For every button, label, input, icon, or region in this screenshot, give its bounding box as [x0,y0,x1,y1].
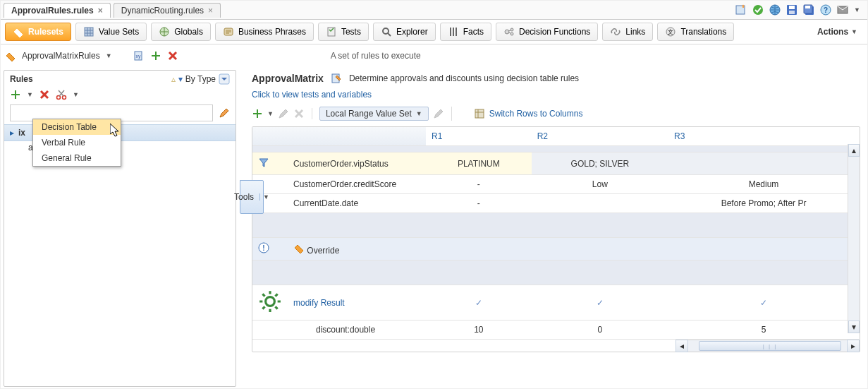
actions-menu[interactable]: Actions▼ [812,27,863,37]
action-row[interactable]: modify Result ✓ ✓ ✓ [252,285,859,321]
save-icon[interactable] [786,4,797,16]
svg-rect-12 [85,28,93,36]
menu-item-verbal-rule[interactable]: Verbal Rule [33,135,121,150]
condition-name[interactable]: CurrentDate.date [288,194,426,213]
condition-row[interactable]: CustomerOrder.creditScore - Low Medium [252,175,859,194]
mail-dropdown-icon[interactable]: ▼ [854,6,860,13]
sort-dropdown-icon[interactable] [219,73,230,85]
condition-row[interactable]: CurrentDate.date - Before Promo; After P… [252,194,859,213]
validate-icon[interactable] [735,4,747,16]
edit-valueset-icon[interactable] [433,108,444,119]
action-name[interactable]: modify Result [288,285,426,321]
ruleset-toolbar: ApprovalMatrixRules ▼ xy A set of rules … [1,44,867,67]
globe-icon[interactable] [769,4,781,16]
cell[interactable]: Before Promo; After Pr [668,194,859,213]
condition-name[interactable]: CustomerOrder.creditScore [288,175,426,194]
condition-row[interactable]: CustomerOrder.vipStatus PLATINUM GOLD; S… [252,152,859,175]
cell[interactable] [532,194,668,213]
ribbon-facts[interactable]: Facts [440,23,491,41]
col-r2[interactable]: R2 [532,127,668,146]
save-all-icon[interactable] [803,4,814,16]
tab-approval-rules[interactable]: ApprovalRules.rules × [4,3,111,18]
expand-icon[interactable]: ▸ [10,128,14,138]
mail-icon[interactable] [837,4,848,16]
sort-by-type[interactable]: ▵ ▾ By Type [171,73,230,85]
ribbon-decision-functions[interactable]: Decision Functions [496,23,598,41]
check-icon[interactable] [752,4,764,16]
ribbon-value-sets[interactable]: Value Sets [75,23,147,41]
scroll-right-icon[interactable]: ▸ [847,340,860,352]
horizontal-scrollbar[interactable]: ◂ | | | ▸ [676,340,860,352]
svg-rect-8 [805,6,810,8]
cell[interactable]: 0 [532,321,668,340]
ribbon-globals[interactable]: Globals [151,23,211,41]
cell[interactable]: GOLD; SILVER [532,152,668,175]
grid-add-dropdown-icon[interactable]: ▼ [267,110,274,117]
globals-icon [159,26,170,37]
dt-subtitle: Determine approvals and discounts using … [349,73,579,83]
edit-title-icon[interactable] [331,73,342,84]
scroll-up-icon[interactable]: ▴ [848,144,860,157]
discount-row[interactable]: discount:double 10 0 5 [252,321,859,340]
close-icon[interactable]: × [98,6,103,16]
scroll-thumb[interactable]: | | | [699,341,841,351]
cell[interactable]: 5 [668,321,859,340]
vertical-scrollbar[interactable]: ▴ ▾ [848,144,860,333]
override-row[interactable]: ! Override [252,238,859,261]
check-cell[interactable]: ✓ [426,285,532,321]
add-rule-dropdown-icon[interactable]: ▼ [27,91,33,98]
scroll-left-icon[interactable]: ◂ [676,340,688,352]
ribbon-explorer[interactable]: Explorer [373,23,436,41]
menu-item-general-rule[interactable]: General Rule [33,150,121,166]
edit-filter-icon[interactable] [219,107,230,119]
cell[interactable]: PLATINUM [426,152,532,175]
tools-button[interactable]: Tools ▼ [240,180,264,214]
col-r1[interactable]: R1 [426,127,532,146]
discount-label[interactable]: discount:double [288,321,426,340]
ribbon-tests[interactable]: Tests [318,23,369,41]
ribbon-business-phrases[interactable]: Business Phrases [215,23,314,41]
chevron-down-icon: ▼ [259,193,269,201]
check-cell[interactable]: ✓ [668,285,859,321]
filter-icon[interactable] [258,157,269,168]
help-icon[interactable]: ? [820,4,831,16]
ribbon-rulesets[interactable]: Rulesets [5,23,71,41]
switch-rows-columns[interactable]: Switch Rows to Columns [474,108,583,119]
add-rule-icon[interactable] [10,89,21,100]
scroll-down-icon[interactable]: ▾ [848,321,860,333]
delete-rule-icon[interactable] [39,89,50,100]
tests-variables-link[interactable]: Click to view tests and variables [252,85,860,104]
grid-delete-icon[interactable] [293,108,305,119]
check-cell[interactable]: ✓ [532,285,668,321]
cut-dropdown-icon[interactable]: ▼ [73,91,79,98]
cut-icon[interactable] [56,89,67,100]
grid-add-icon[interactable] [252,108,263,119]
close-icon[interactable]: × [208,6,213,16]
grid-edit-icon[interactable] [278,108,289,119]
cell[interactable]: Medium [668,175,859,194]
svg-text:!: ! [262,244,264,252]
override-icon [293,242,305,253]
condition-name[interactable]: CustomerOrder.vipStatus [288,152,426,175]
edit-script-icon[interactable]: xy [133,50,145,61]
col-r3[interactable]: R3 [668,127,859,146]
cell[interactable]: - [426,194,532,213]
sort-asc-icon: ▵ [171,74,176,84]
cell[interactable]: 10 [426,321,532,340]
tab-dynamic-routing[interactable]: DynamicRouting.rules × [114,3,221,18]
top-action-icons: ? ▼ [735,4,867,16]
cell[interactable]: - [426,175,532,194]
tests-icon [326,26,337,37]
cell[interactable]: Low [532,175,668,194]
cell[interactable] [668,152,859,175]
ruleset-name[interactable]: ApprovalMatrixRules [22,51,100,61]
menu-item-decision-table[interactable]: Decision Table [33,119,121,135]
delete-icon[interactable] [167,50,178,61]
svg-point-1 [753,5,763,15]
valueset-select[interactable]: Local Range Value Set ▼ [319,107,429,121]
ruleset-dropdown-icon[interactable]: ▼ [106,52,112,59]
add-icon[interactable] [150,50,161,61]
ribbon-translations[interactable]: 文Translations [657,23,734,41]
ruleset-description: A set of rules to execute [331,51,421,61]
ribbon-links[interactable]: Links [602,23,653,41]
